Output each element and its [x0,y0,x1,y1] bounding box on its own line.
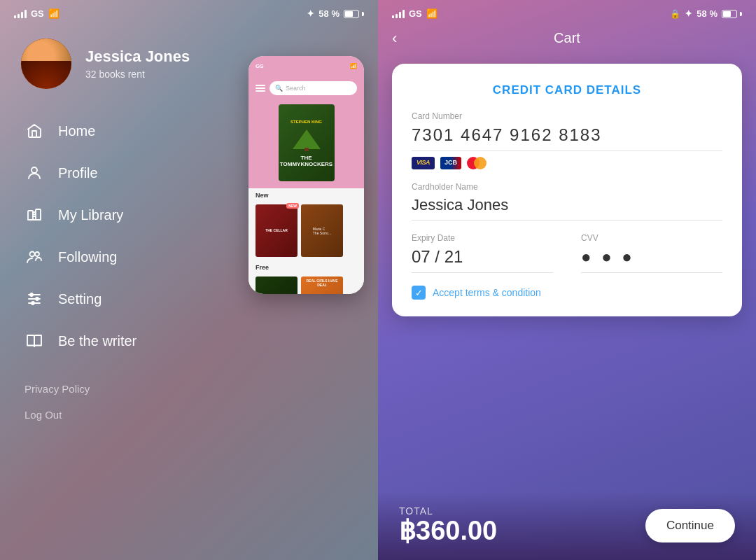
nav-menu: Home Profile My Libra [0,110,378,362]
cart-title: Cart [554,30,580,46]
form-title: CREDIT CARD DETAILS [412,83,722,97]
sidebar-item-label-library: My Library [58,207,123,223]
sidebar-item-following[interactable]: Following [18,236,360,278]
expiry-value[interactable]: 07 / 21 [412,247,553,273]
carrier-right: GS [409,8,422,19]
status-bar-left: GS 📶 ✦ 58 % [0,0,378,24]
jcb-icon: JCB [440,157,461,169]
card-number-label: Card Number [412,111,722,121]
cardholder-value[interactable]: Jessica Jones [412,196,722,220]
cardholder-label: Cardholder Name [412,182,722,192]
card-number-value[interactable]: 7301 4647 9162 8183 [412,125,722,151]
continue-button[interactable]: Continue [645,509,735,542]
visa-icon: VISA [412,157,435,169]
sidebar-item-label-home: Home [58,123,95,139]
logout-link[interactable]: Log Out [24,409,354,421]
svg-point-10 [31,302,34,304]
expiry-field: Expiry Date 07 / 21 [412,233,553,273]
terms-row[interactable]: ✓ Accept terms & condition [412,286,722,300]
bottom-links: Privacy Policy Log Out [0,362,378,442]
home-icon [24,121,44,141]
wifi-icon-left: 📶 [48,8,59,19]
sidebar-item-my-library[interactable]: My Library [18,194,360,236]
svg-rect-1 [28,211,33,220]
signal-icon-right [392,10,405,18]
svg-point-3 [30,252,35,257]
left-panel: GS 📶 ✦ 58 % Jessica Jones 32 books [0,0,378,560]
card-brand-icons: VISA JCB [412,157,722,169]
mastercard-icon [467,157,486,169]
sidebar-item-label-writer: Be the writer [58,333,136,349]
cvv-field: CVV ● ● ● [581,233,722,273]
total-section: TOTAL ฿360.00 Continue [378,491,756,560]
library-icon [24,205,44,225]
avatar [21,38,71,89]
profile-section: Jessica Jones 32 books rent [0,24,378,110]
user-icon [24,163,44,183]
cvv-label: CVV [581,233,722,243]
total-label: TOTAL [399,505,497,517]
settings-icon [24,289,44,309]
sidebar-item-label-setting: Setting [58,291,102,307]
checkmark-icon: ✓ [415,288,423,298]
sidebar-item-profile[interactable]: Profile [18,152,360,194]
bluetooth-icon-left: ✦ [307,8,314,19]
wifi-icon-right: 📶 [426,8,438,19]
back-button[interactable]: ‹ [392,29,397,48]
total-amount: ฿360.00 [399,517,497,546]
expiry-label: Expiry Date [412,233,553,243]
status-bar-right: GS 📶 🔒 ✦ 58 % [378,0,756,24]
svg-point-0 [31,167,37,173]
terms-text: Accept terms & condition [433,287,541,298]
terms-checkbox[interactable]: ✓ [412,286,426,300]
sidebar-item-setting[interactable]: Setting [18,278,360,320]
bluetooth-icon-right: ✦ [685,8,692,19]
cart-header: ‹ Cart [378,24,756,57]
svg-point-8 [30,293,33,296]
credit-card-form: CREDIT CARD DETAILS Card Number 7301 464… [392,64,742,316]
svg-point-9 [36,298,38,300]
book-open-icon [24,331,44,351]
sidebar-item-home[interactable]: Home [18,110,360,152]
sidebar-item-be-writer[interactable]: Be the writer [18,320,360,362]
sidebar-item-label-following: Following [58,249,117,265]
privacy-policy-link[interactable]: Privacy Policy [24,383,354,395]
battery-icon-right [722,10,742,18]
cardholder-field: Cardholder Name Jessica Jones [412,182,722,220]
svg-rect-2 [36,209,41,220]
following-icon [24,247,44,267]
battery-percent-right: 58 % [696,8,718,19]
battery-percent-left: 58 % [318,8,340,19]
carrier-left: GS [31,8,44,19]
profile-name: Jessica Jones [85,48,190,66]
battery-icon-left [344,10,364,18]
card-number-field: Card Number 7301 4647 9162 8183 VISA JCB [412,111,722,169]
total-info: TOTAL ฿360.00 [399,505,497,546]
cvv-value[interactable]: ● ● ● [581,247,722,273]
expiry-cvv-row: Expiry Date 07 / 21 CVV ● ● ● [412,233,722,273]
right-panel: GS 📶 🔒 ✦ 58 % ‹ Cart CREDIT CARD DETAILS… [378,0,756,560]
lock-icon-right: 🔒 [670,9,680,19]
profile-books-count: 32 books rent [85,69,190,80]
signal-icon [14,10,27,18]
sidebar-item-label-profile: Profile [58,165,98,181]
